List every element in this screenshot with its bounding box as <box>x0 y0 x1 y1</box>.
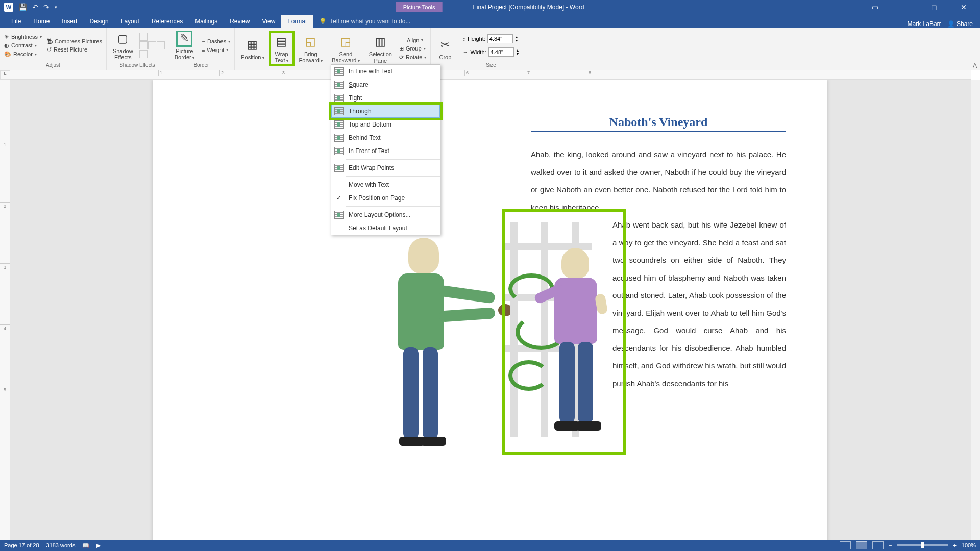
group-button[interactable]: ⊞Group <box>398 45 427 53</box>
wrap-through-item[interactable]: Through <box>331 105 440 118</box>
vertical-scrollbar[interactable] <box>971 80 980 540</box>
width-input[interactable] <box>488 47 514 57</box>
tab-home[interactable]: Home <box>27 15 56 28</box>
wrap-topbottom-icon <box>334 120 344 129</box>
width-up[interactable]: ▲ <box>516 48 520 52</box>
picture-naboth-figure[interactable] <box>505 212 623 452</box>
tab-references[interactable]: References <box>145 15 189 28</box>
brightness-button[interactable]: ☀Brightness <box>3 33 43 41</box>
read-mode-icon[interactable] <box>840 541 851 549</box>
share-button[interactable]: 👤 Share <box>947 20 973 28</box>
user-name[interactable]: Mark LaBarr <box>908 20 941 28</box>
menu-separator <box>346 176 440 177</box>
page-indicator[interactable]: Page 17 of 28 <box>4 542 39 548</box>
vertical-ruler[interactable]: 1 2 3 4 5 <box>0 80 10 540</box>
ribbon: ☀Brightness ◐Contrast 🎨Recolor 🗜Compress… <box>0 28 980 70</box>
close-icon[interactable]: ✕ <box>953 3 974 11</box>
picture-border-button[interactable]: ✎ Picture Border <box>172 30 198 62</box>
group-label-adjust: Adjust <box>46 62 60 69</box>
rotate-button[interactable]: ⟳Rotate <box>398 54 427 61</box>
width-down[interactable]: ▼ <box>516 52 520 56</box>
zoom-level[interactable]: 100% <box>962 542 976 548</box>
height-field[interactable]: ↕ Height: ▲▼ <box>462 34 519 43</box>
qat-customize-icon[interactable]: ▾ <box>55 5 57 10</box>
ruler-tick: 5 <box>0 386 10 447</box>
compress-icon: 🗜 <box>47 38 53 44</box>
wrap-tight-item[interactable]: Tight <box>331 91 440 105</box>
tell-me-search[interactable]: 💡 Tell me what you want to do... <box>313 15 416 28</box>
compress-pictures-button[interactable]: 🗜Compress Pictures <box>46 38 103 45</box>
recolor-button[interactable]: 🎨Recolor <box>3 51 43 58</box>
dashes-button[interactable]: ┄Dashes <box>201 38 231 45</box>
save-icon[interactable]: 💾 <box>18 3 27 11</box>
edit-wrap-points-item[interactable]: Edit Wrap Points <box>331 161 440 174</box>
move-with-text-item[interactable]: Move with Text <box>331 178 440 191</box>
tab-design[interactable]: Design <box>83 15 114 28</box>
shadow-nudge-down[interactable] <box>139 50 148 58</box>
web-layout-icon[interactable] <box>872 541 884 549</box>
spellcheck-icon[interactable]: 📖 <box>82 542 89 549</box>
align-icon: ⫼ <box>399 37 405 43</box>
reset-picture-button[interactable]: ↺Reset Picture <box>46 46 103 54</box>
group-shadow-effects: ▢ Shadow Effects Shadow Effects <box>107 28 168 70</box>
height-down[interactable]: ▼ <box>515 39 519 42</box>
wrap-text-button[interactable]: ▤Wrap Text <box>271 33 293 65</box>
tab-format[interactable]: Format <box>281 15 313 28</box>
wrap-front-item[interactable]: In Front of Text <box>331 144 440 158</box>
horizontal-ruler[interactable]: 1 2 3 4 5 6 7 8 <box>10 70 971 80</box>
tab-mailings[interactable]: Mailings <box>189 15 224 28</box>
height-up[interactable]: ▲ <box>515 35 519 39</box>
set-default-layout-item[interactable]: Set as Default Layout <box>331 221 440 235</box>
ruler-tick: 1 <box>0 141 10 202</box>
tab-view[interactable]: View <box>256 15 282 28</box>
page[interactable]: Naboth's Vineyard Ahab, the king, looked… <box>153 80 827 540</box>
crop-button[interactable]: ✂Crop <box>434 36 456 61</box>
fix-position-item[interactable]: ✓Fix Position on Page <box>331 191 440 205</box>
more-layout-options-item[interactable]: More Layout Options... <box>331 208 440 221</box>
undo-icon[interactable]: ↶ <box>32 3 38 11</box>
zoom-in-icon[interactable]: + <box>953 542 956 548</box>
shadow-nudge-right[interactable] <box>157 41 165 49</box>
position-button[interactable]: ▦Position <box>238 36 267 62</box>
shadow-nudge-up[interactable] <box>139 33 148 41</box>
selection-pane-button[interactable]: ▥Selection Pane <box>366 33 395 64</box>
wrap-square-item[interactable]: SSquarequare <box>331 78 440 91</box>
shadow-toggle[interactable] <box>148 41 156 49</box>
wrap-behind-item[interactable]: Behind Text <box>331 131 440 144</box>
height-input[interactable] <box>487 34 513 43</box>
align-button[interactable]: ⫼Align <box>398 37 427 44</box>
width-label: Width: <box>470 49 486 55</box>
ruler-tick: 2 <box>0 202 10 263</box>
zoom-out-icon[interactable]: − <box>889 542 892 548</box>
zoom-slider[interactable] <box>897 544 948 546</box>
wrap-top-bottom-item[interactable]: Top and Bottom <box>331 118 440 131</box>
wrap-inline-item[interactable]: In Line with Text <box>331 65 440 78</box>
shadow-nudge-left[interactable] <box>139 41 148 49</box>
bring-forward-button[interactable]: ◱Bring Forward <box>296 33 326 65</box>
edit-wrap-icon <box>334 164 344 172</box>
macro-icon[interactable]: ▶ <box>96 542 101 549</box>
picture-vendor-figure[interactable] <box>337 233 531 457</box>
tab-layout[interactable]: Layout <box>115 15 145 28</box>
group-icon: ⊞ <box>399 45 404 52</box>
tab-review[interactable]: Review <box>224 15 256 28</box>
ruler-tick: 1 <box>158 70 219 76</box>
document-area[interactable]: Naboth's Vineyard Ahab, the king, looked… <box>10 80 980 540</box>
minimize-icon[interactable]: — <box>894 3 915 11</box>
ribbon-display-options-icon[interactable]: ▭ <box>865 3 885 11</box>
word-count[interactable]: 3183 words <box>46 542 76 548</box>
tab-file[interactable]: File <box>5 15 27 28</box>
shadow-effects-button[interactable]: ▢ Shadow Effects <box>110 30 136 61</box>
redo-icon[interactable]: ↷ <box>43 3 50 11</box>
contrast-button[interactable]: ◐Contrast <box>3 42 43 49</box>
send-backward-button[interactable]: ◲Send Backward <box>329 33 363 65</box>
ruler-corner[interactable]: L <box>0 70 10 80</box>
weight-button[interactable]: ≡Weight <box>201 46 231 54</box>
tab-insert[interactable]: Insert <box>56 15 83 28</box>
print-layout-icon[interactable] <box>856 541 867 549</box>
dashes-icon: ┄ <box>202 38 205 45</box>
weight-icon: ≡ <box>202 47 205 53</box>
width-field[interactable]: ↔ Width: ▲▼ <box>462 47 519 57</box>
maximize-icon[interactable]: ◻ <box>924 3 944 11</box>
collapse-ribbon-icon[interactable]: ⋀ <box>973 62 977 68</box>
